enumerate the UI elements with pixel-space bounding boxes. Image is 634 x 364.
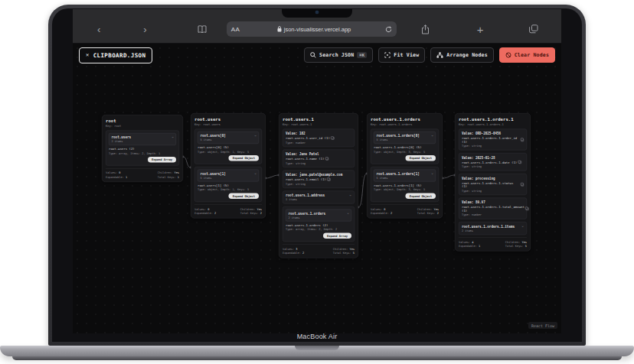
stat-total-keys: Total Keys: 2 <box>417 211 439 216</box>
folder-row[interactable]: root.users.1.orders.1.items›2 items <box>459 222 527 235</box>
key-path: root.users.1.orders[1] (5) <box>374 184 436 187</box>
expand-array-button[interactable]: Expand Array <box>323 233 351 239</box>
folder-row[interactable]: root.users.1.address›3 items <box>283 191 355 204</box>
node-stats-right: Children: YesTotal Keys: 5 <box>333 247 355 255</box>
expand-object-button[interactable]: Expand Object <box>406 193 436 200</box>
folder-subheader[interactable]: root.users›2 items <box>109 133 176 145</box>
folder-header[interactable]: root.users.1.orders.1.items› <box>462 225 524 229</box>
folder-header: root.users.1.orders[0]› <box>377 134 433 138</box>
laptop-lid-notch <box>295 346 339 350</box>
type-meta: Type: string <box>462 189 524 193</box>
file-chip-label: CLIPBOARD.JSON <box>93 52 146 59</box>
lock-icon <box>277 26 282 32</box>
items-count: 5 items <box>201 177 257 180</box>
file-chip[interactable]: ✕ CLIPBOARD.JSON <box>79 47 152 63</box>
folder-row[interactable]: root.users.1.orders[0]›5 itemsroot.users… <box>371 129 439 164</box>
folder-row[interactable]: root.users[1]›5 itemsroot.users[1] (5)Ty… <box>194 167 262 202</box>
camera-icon <box>315 11 319 14</box>
stat-total-keys: Total Keys: 1 <box>158 175 179 180</box>
value-row[interactable]: Value: 2025-01-28root.users.1.orders.1.d… <box>459 153 527 171</box>
sidebar-book-icon[interactable] <box>198 25 207 34</box>
tabs-icon[interactable] <box>529 24 538 34</box>
address-bar[interactable]: AA json-visualisser.vercel.app <box>227 21 397 37</box>
copy-icon[interactable] <box>326 158 329 161</box>
url-text: json-visualisser.vercel.app <box>250 26 377 33</box>
value-row[interactable]: Value: 89.97root.users.1.orders.1.total_… <box>459 198 527 219</box>
chevron-down-icon: › <box>253 135 257 137</box>
chevron-down-icon: › <box>348 194 352 197</box>
copy-icon[interactable] <box>328 178 331 181</box>
folder-subheader[interactable]: root.users.1.orders›2 items <box>286 210 351 222</box>
laptop-base <box>0 346 634 356</box>
expand-object-button[interactable]: Expand Object <box>229 193 259 200</box>
folder-header: root.users› <box>112 135 174 139</box>
node-stats-left: Values: 4Expandable: 1 <box>459 240 480 249</box>
stat-expandable: Expandable: 2 <box>371 211 392 216</box>
folder-header[interactable]: root.users.1.address› <box>286 193 351 197</box>
chevron-down-icon: › <box>430 135 434 137</box>
display-notch <box>282 8 352 18</box>
copy-icon[interactable] <box>332 137 335 140</box>
reader-mode-button[interactable]: AA <box>231 26 240 33</box>
key-path: root.users.1.name (1) <box>286 158 351 161</box>
close-icon[interactable]: ✕ <box>86 52 90 58</box>
copy-icon[interactable] <box>521 138 525 141</box>
expand-object-button[interactable]: Expand Object <box>229 155 259 161</box>
copy-icon[interactable] <box>526 207 529 210</box>
graph-canvas[interactable]: rootKey: rootroot.users›2 itemsroot.user… <box>73 44 561 333</box>
node-stats: Values: 3Expandable: 2Children: YesTotal… <box>283 245 355 255</box>
arrange-nodes-button[interactable]: Arrange Nodes <box>430 47 493 63</box>
folder-header: root.users[1]› <box>201 172 257 176</box>
react-flow-attribution[interactable]: React Flow <box>528 322 557 329</box>
clear-nodes-button[interactable]: Clear Nodes <box>499 47 555 63</box>
laptop-screen-frame: ‹ › AA <box>48 5 586 346</box>
folder-row[interactable]: root.users.1.orders›2 itemsroot.users.1.… <box>283 206 355 242</box>
chevron-down-icon: › <box>430 173 434 175</box>
type-meta: Type: string <box>286 161 351 165</box>
stat-expandable: Expandable: 1 <box>459 244 480 249</box>
value-row[interactable]: Value: Jane Patelroot.users.1.name (1)Ty… <box>283 150 355 168</box>
copy-icon[interactable] <box>518 161 521 164</box>
expand-array-button[interactable]: Expand Array <box>148 157 176 163</box>
type-meta: Type: object, Depth: 3, Keys: 5 <box>374 150 436 154</box>
node-stats-right: Children: YesTotal Keys: 2 <box>240 207 262 216</box>
search-json-button[interactable]: Search JSON ⌘K <box>304 47 373 63</box>
folder-subheader[interactable]: root.users[1]›5 items <box>198 170 259 182</box>
graph-node-root.users.1.orders.1[interactable]: root.users.1.orders.1Key: root.users.1.o… <box>455 113 531 252</box>
folder-row[interactable]: root.users›2 itemsroot.users (2)Type: ar… <box>106 131 179 166</box>
fit-view-button[interactable]: Fit View <box>378 47 425 63</box>
expand-object-button[interactable]: Expand Object <box>406 155 436 161</box>
type-meta: Type: string <box>462 145 524 148</box>
value-row[interactable]: Value: processingroot.users.1.orders.1.s… <box>459 174 527 195</box>
value-row[interactable]: Value: jane.patel@example.comroot.users.… <box>283 171 355 189</box>
node-stats: Values: 0Expandable: 2Children: YesTotal… <box>371 205 439 216</box>
chevron-down-icon: › <box>171 136 175 138</box>
items-count: 5 items <box>377 177 433 180</box>
value-row[interactable]: Value: 102root.users.1.user_id (1)Type: … <box>283 129 355 148</box>
folder-subheader[interactable]: root.users.1.orders[0]›5 items <box>374 132 436 144</box>
forward-button[interactable]: › <box>140 24 149 34</box>
key-path: root.users[1] (5) <box>198 184 259 187</box>
graph-node-root.users[interactable]: root.usersKey: root.usersroot.users[0]›5… <box>191 113 266 219</box>
folder-row[interactable]: root.users[0]›5 itemsroot.users[0] (5)Ty… <box>194 129 262 164</box>
shortcut-badge: ⌘K <box>357 52 367 58</box>
graph-node-root[interactable]: rootKey: rootroot.users›2 itemsroot.user… <box>102 115 183 182</box>
graph-node-root.users.1.orders[interactable]: root.users.1.ordersKey: root.users.1.ord… <box>367 113 443 219</box>
refresh-icon[interactable] <box>385 26 392 33</box>
folder-row[interactable]: root.users.1.orders[1]›5 itemsroot.users… <box>371 167 439 202</box>
folder-subheader[interactable]: root.users.1.orders[1]›5 items <box>374 170 436 182</box>
type-meta: Type: object, Depth: 1, Keys: 5 <box>198 150 259 154</box>
items-count: 5 items <box>201 138 257 141</box>
key-path: root.users.1.orders.1.status (1) <box>462 181 524 188</box>
node-stats-right: Children: YesTotal Keys: 5 <box>505 240 527 249</box>
folder-subheader[interactable]: root.users[0]›5 items <box>198 132 259 144</box>
chevron-down-icon: › <box>253 173 257 175</box>
copy-icon[interactable] <box>521 184 525 187</box>
graph-node-root.users.1[interactable]: root.users.1Key: root.users.1Value: 102r… <box>279 113 358 258</box>
share-icon[interactable] <box>421 24 430 34</box>
back-button[interactable]: ‹ <box>94 24 103 34</box>
value-row[interactable]: Value: ORD-2025-0456root.users.1.orders.… <box>459 129 527 151</box>
stat-expandable: Expandable: 2 <box>194 211 216 216</box>
type-meta: Type: number <box>462 213 524 217</box>
new-tab-button[interactable]: + <box>474 24 487 35</box>
